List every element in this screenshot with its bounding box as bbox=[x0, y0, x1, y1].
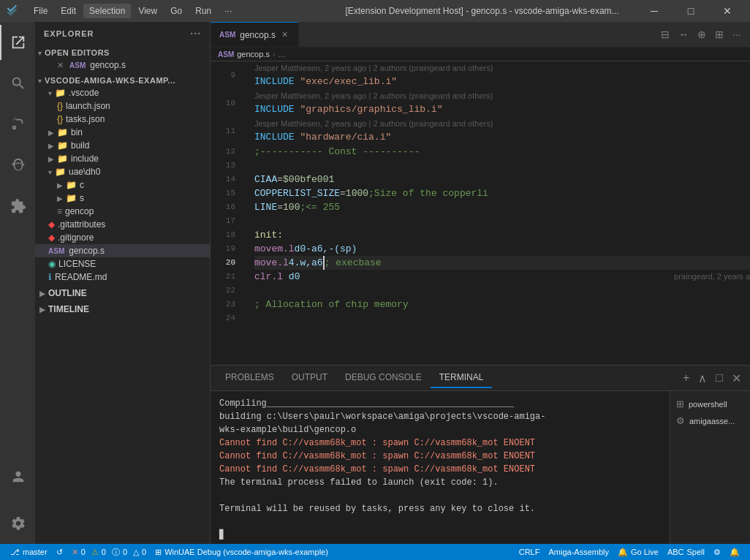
view-more-icon[interactable]: ⊕ bbox=[694, 27, 709, 42]
status-notification[interactable]: 🔔 bbox=[725, 548, 744, 557]
git-branch-icon: ⎇ bbox=[10, 548, 20, 557]
activity-account[interactable] bbox=[0, 459, 35, 494]
terminal-output[interactable]: Compiling_______________________________… bbox=[211, 391, 670, 544]
tab-close-icon[interactable]: ✕ bbox=[280, 29, 289, 41]
code-line-15: COPPERLIST_SIZE = 1000 ;Size of the copp… bbox=[254, 186, 750, 200]
toggle-panel-icon[interactable]: ↔ bbox=[675, 27, 692, 42]
menu-selection[interactable]: Selection bbox=[83, 4, 131, 18]
code-token: INCLUDE bbox=[254, 132, 295, 143]
status-errors[interactable]: ✕ 0 ⚠ 0 ⓘ 0 △ 0 bbox=[67, 544, 151, 560]
explorer-title: EXPLORER bbox=[44, 29, 94, 38]
project-header[interactable]: ▾ VSCODE-AMIGA-WKS-EXAMP... bbox=[35, 75, 210, 86]
status-crlf[interactable]: CRLF bbox=[515, 548, 545, 556]
tab-problems[interactable]: PROBLEMS bbox=[216, 368, 283, 388]
open-editors-header[interactable]: ▾ OPEN EDITORS bbox=[35, 47, 210, 58]
tab-debug-console[interactable]: DEBUG CONSOLE bbox=[336, 368, 431, 388]
terminal-sidebar: ⊞ powershell ⚙ amigaasse... bbox=[670, 391, 750, 544]
error-count: 0 bbox=[81, 548, 86, 556]
code-line-20: move.l 4.w,a6 | ; execbase bbox=[254, 256, 750, 270]
file-gitignore[interactable]: ◆ .gitignore bbox=[35, 231, 210, 244]
close-button[interactable]: ✕ bbox=[711, 0, 744, 22]
code-line-11: Jesper Matthiesen, 2 years ago | 2 autho… bbox=[254, 117, 750, 145]
license-icon: ◉ bbox=[48, 259, 56, 269]
open-file-gencop[interactable]: ✕ ASM gencop.s bbox=[35, 58, 210, 72]
gencop-list-label: gencop bbox=[65, 206, 94, 216]
maximize-button[interactable]: □ bbox=[674, 0, 708, 22]
file-gencop-s[interactable]: ASM gencop.s bbox=[35, 244, 210, 257]
notification-icon: 🔔 bbox=[730, 548, 740, 557]
status-sync[interactable]: ↺ bbox=[52, 544, 67, 560]
terminal-amiga-assembler[interactable]: ⚙ amigaasse... bbox=[670, 412, 750, 429]
file-readme[interactable]: ℹ README.md bbox=[35, 270, 210, 284]
live-label: Go Live bbox=[631, 548, 659, 556]
folder-include[interactable]: ▶ 📁 include bbox=[35, 152, 210, 165]
activity-extensions[interactable] bbox=[0, 189, 35, 224]
activity-search[interactable] bbox=[0, 66, 35, 101]
status-language[interactable]: Amiga-Assembly bbox=[544, 548, 613, 556]
title-bar: File Edit Selection View Go Run ··· [Ext… bbox=[0, 0, 750, 22]
breadcrumb-more[interactable]: ... bbox=[279, 50, 285, 58]
menu-more[interactable]: ··· bbox=[219, 4, 238, 18]
code-lines: Jesper Matthiesen, 2 years ago | 2 autho… bbox=[247, 61, 750, 365]
timeline-label: TIMELINE bbox=[48, 304, 89, 314]
code-editor[interactable]: 9 10 11 12 13 14 15 16 17 18 19 20 21 22 bbox=[211, 61, 750, 365]
folder-c[interactable]: ▶ 📁 c bbox=[35, 178, 210, 192]
folder-bin[interactable]: ▶ 📁 bin bbox=[35, 126, 210, 139]
code-line-19: movem.l d0-a6,-(sp) bbox=[254, 242, 750, 256]
folder-vscode[interactable]: ▾ 📁 .vscode bbox=[35, 86, 210, 99]
menu-edit[interactable]: Edit bbox=[55, 4, 82, 18]
file-license[interactable]: ◉ LICENSE bbox=[35, 257, 210, 270]
sidebar-header: EXPLORER ··· bbox=[35, 22, 210, 45]
split-editor-icon[interactable]: ⊟ bbox=[658, 27, 673, 42]
editor-more-icon[interactable]: ··· bbox=[730, 27, 744, 42]
term-line-5: Cannot find C://vasmm68k_mot : spawn C:/… bbox=[219, 463, 661, 476]
sync-icon: ↺ bbox=[56, 548, 63, 557]
file-launch-json[interactable]: {} launch.json bbox=[35, 99, 210, 113]
sidebar-more-icon[interactable]: ··· bbox=[190, 28, 201, 39]
tab-output[interactable]: OUTPUT bbox=[283, 368, 336, 388]
winuae-icon: ⊞ bbox=[155, 548, 162, 557]
code-token: = bbox=[340, 186, 346, 200]
status-winuae[interactable]: ⊞ WinUAE Debug (vscode-amiga-wks-example… bbox=[151, 544, 333, 560]
maximize-terminal-icon[interactable]: □ bbox=[713, 370, 726, 386]
tab-gencop-s[interactable]: ASM gencop.s ✕ bbox=[211, 22, 299, 47]
folder-s[interactable]: ▶ 📁 s bbox=[35, 192, 210, 205]
terminal-powershell[interactable]: ⊞ powershell bbox=[670, 396, 750, 412]
folder-c-icon: 📁 bbox=[66, 180, 77, 190]
status-spell[interactable]: ABC Spell bbox=[663, 548, 709, 556]
folder-uae-dh0[interactable]: ▾ 📁 uae\dh0 bbox=[35, 165, 210, 178]
minimize-terminal-icon[interactable]: ∧ bbox=[695, 370, 710, 387]
code-line-13 bbox=[254, 159, 750, 173]
breadcrumb: ASM gencop.s › ... bbox=[211, 48, 750, 61]
term-line-0: Compiling_______________________________… bbox=[219, 397, 661, 410]
status-git-branch[interactable]: ⎇ master bbox=[6, 544, 52, 560]
breadcrumb-file[interactable]: gencop.s bbox=[237, 50, 270, 58]
folder-build[interactable]: ▶ 📁 build bbox=[35, 139, 210, 152]
menu-go[interactable]: Go bbox=[164, 4, 188, 18]
folder-build-label: build bbox=[71, 140, 89, 151]
status-live[interactable]: 🔔 Go Live bbox=[613, 548, 663, 557]
close-file-icon[interactable]: ✕ bbox=[57, 61, 64, 70]
status-bar: ⎇ master ↺ ✕ 0 ⚠ 0 ⓘ 0 △ 0 ⊞ WinUAE Debu… bbox=[0, 544, 750, 560]
tab-terminal[interactable]: TERMINAL bbox=[431, 368, 493, 388]
minimize-button[interactable]: ─ bbox=[637, 0, 671, 22]
menu-run[interactable]: Run bbox=[189, 4, 217, 18]
close-terminal-icon[interactable]: ✕ bbox=[729, 370, 744, 387]
timeline-section[interactable]: ▶ TIMELINE bbox=[35, 301, 210, 317]
outline-section[interactable]: ▶ OUTLINE bbox=[35, 285, 210, 301]
launch-json-label: launch.json bbox=[66, 101, 110, 111]
activity-debug[interactable] bbox=[0, 148, 35, 183]
menu-view[interactable]: View bbox=[132, 4, 163, 18]
add-terminal-icon[interactable]: + bbox=[680, 370, 692, 386]
menu-file[interactable]: File bbox=[28, 4, 53, 18]
blame-inline: praingeard, 2 years a bbox=[674, 270, 750, 284]
editor-layout-icon[interactable]: ⊞ bbox=[712, 27, 727, 42]
file-tasks-json[interactable]: {} tasks.json bbox=[35, 113, 210, 126]
activity-source-control[interactable] bbox=[0, 107, 35, 142]
activity-explorer[interactable] bbox=[0, 25, 35, 60]
gitattr-icon: ◆ bbox=[48, 219, 55, 230]
activity-settings[interactable] bbox=[0, 506, 35, 541]
file-gitattributes[interactable]: ◆ .gitattributes bbox=[35, 218, 210, 231]
status-settings-btn[interactable]: ⚙ bbox=[709, 548, 725, 557]
file-gencop-list[interactable]: ≡ gencop bbox=[35, 205, 210, 218]
